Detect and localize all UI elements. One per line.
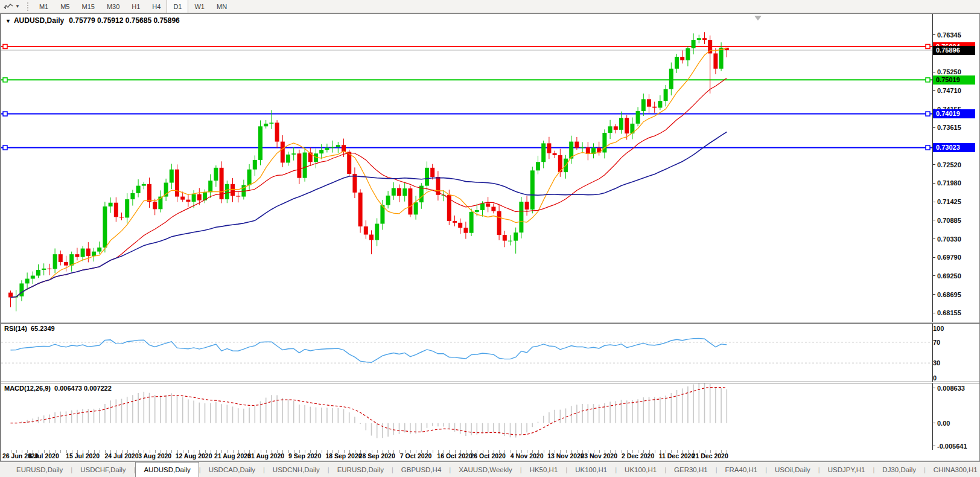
tab-usdcad-daily[interactable]: USDCAD,Daily xyxy=(201,462,263,477)
tick-dash xyxy=(933,313,935,313)
symbol-collapse-caret: ▼ xyxy=(5,18,11,24)
tab-gbpusd-h4[interactable]: GBPUSD,H4 xyxy=(393,462,449,477)
tab-usoil-daily[interactable]: USOil,Daily xyxy=(767,462,818,477)
tab-dj30-daily[interactable]: DJ30,Daily xyxy=(874,462,924,477)
fast-ma-line[interactable] xyxy=(11,48,727,298)
chart-shift-marker xyxy=(754,16,762,21)
tab-xauusd-weekly[interactable]: XAUUSD,Weekly xyxy=(451,462,520,477)
timeframe-button-w1[interactable]: W1 xyxy=(188,0,211,13)
rsi-pane-plot[interactable]: RSI(14)65.2349 xyxy=(1,324,933,382)
rsi-label: RSI(14)65.2349 xyxy=(4,325,55,332)
tick-dash xyxy=(933,127,935,128)
price-tick: 0.70330 xyxy=(933,235,961,243)
date-label: 21 Dec 2020 xyxy=(692,452,728,459)
price-chart-canvas xyxy=(1,14,933,322)
tick-dash xyxy=(933,257,935,258)
rsi-value: 65.2349 xyxy=(31,325,55,332)
date-label: 7 Oct 2020 xyxy=(400,452,432,459)
date-label: 18 Sep 2020 xyxy=(325,452,361,459)
macd-tick--0.005641: -0.005641 xyxy=(933,442,967,450)
tab-usdcnh-daily[interactable]: USDCNH,Daily xyxy=(265,462,328,477)
price-tick: 0.72520 xyxy=(933,161,961,168)
timeframe-button-mn[interactable]: MN xyxy=(211,0,233,13)
price-tick: 0.71980 xyxy=(933,179,961,187)
macd-signal-line[interactable] xyxy=(11,388,727,435)
date-axis: 26 Jun 20206 Jul 202015 Jul 202024 Jul 2… xyxy=(1,450,979,461)
tab-eurusd-daily[interactable]: EURUSD,Daily xyxy=(8,462,71,477)
chart-tool-icon[interactable]: ▼ xyxy=(0,0,24,13)
timeframe-button-m5[interactable]: M5 xyxy=(54,0,75,13)
tick-dash xyxy=(933,446,935,446)
tab-usdchf-daily[interactable]: USDCHF,Daily xyxy=(72,462,133,477)
price-badge-0.75019: 0.75019 xyxy=(933,75,975,85)
price-tick: 0.69790 xyxy=(933,254,961,261)
macd-pane-plot[interactable]: MACD(12,26,9)0.006473 0.007222 xyxy=(1,383,933,450)
macd-histogram xyxy=(11,383,727,438)
line-anchor[interactable] xyxy=(3,45,7,49)
line-anchor[interactable] xyxy=(926,112,930,116)
timeframe-button-h4[interactable]: H4 xyxy=(146,0,167,13)
trading-terminal: ▼ M1M5M15M30H1H4D1W1MN ▼AUDUSD,Daily0.75… xyxy=(0,0,980,477)
timeframe-button-m30[interactable]: M30 xyxy=(101,0,126,13)
time-tick xyxy=(433,450,433,453)
timeframe-button-d1[interactable]: D1 xyxy=(167,0,188,13)
line-anchor[interactable] xyxy=(926,78,930,82)
date-label: 9 Sep 2020 xyxy=(288,452,321,459)
line-anchor[interactable] xyxy=(3,146,7,150)
macd-tick-0.00: 0.00 xyxy=(933,419,950,427)
tick-dash xyxy=(933,220,935,220)
timeframe-button-m15[interactable]: M15 xyxy=(75,0,100,13)
candles-layer xyxy=(8,32,729,311)
chart-tab-bar: EURUSD,Daily|USDCHF,Daily|AUDUSD,Daily|U… xyxy=(0,461,980,477)
date-label: 24 Jul 2020 xyxy=(104,452,138,459)
line-anchor[interactable] xyxy=(3,78,7,82)
price-badge-0.75896: 0.75896 xyxy=(933,46,975,55)
time-tick xyxy=(171,450,172,453)
tick-dash xyxy=(933,202,935,202)
symbol-timeframe-label: AUDUSD,Daily xyxy=(14,16,64,25)
medium-ma-line[interactable] xyxy=(11,78,727,297)
macd-tick-0.008633: 0.008633 xyxy=(933,384,965,392)
tab-audusd-daily[interactable]: AUDUSD,Daily xyxy=(135,462,199,477)
date-label: 28 Sep 2020 xyxy=(359,452,395,459)
rsi-tick-0: 0 xyxy=(933,374,937,382)
tab-eurusd-daily[interactable]: EURUSD,Daily xyxy=(329,462,392,477)
time-tick xyxy=(322,450,322,453)
tick-dash xyxy=(933,423,935,423)
rsi-name: RSI(14) xyxy=(4,325,27,332)
timeframe-button-m1[interactable]: M1 xyxy=(33,0,54,13)
macd-axis: 0.0086330.00-0.005641 xyxy=(933,383,979,450)
date-label: 12 Aug 2020 xyxy=(176,452,212,459)
tab-usdjpy-h1[interactable]: USDJPY,H1 xyxy=(820,462,873,477)
macd-canvas xyxy=(1,383,933,450)
tab-uk100-h1[interactable]: UK100,H1 xyxy=(567,462,615,477)
rsi-axis: 10070300 xyxy=(933,324,979,382)
timeframe-buttons: M1M5M15M30H1H4D1W1MN xyxy=(33,0,233,13)
chart-title: ▼AUDUSD,Daily0.75779 0.75912 0.75685 0.7… xyxy=(5,16,180,25)
line-anchor[interactable] xyxy=(3,112,7,116)
price-tick: 0.69250 xyxy=(933,272,961,280)
candlestick-glyph-icon xyxy=(4,3,13,10)
line-anchor[interactable] xyxy=(926,45,930,49)
price-tick: 0.76345 xyxy=(933,31,961,39)
timeframe-button-h1[interactable]: H1 xyxy=(126,0,146,13)
date-label: 4 Nov 2020 xyxy=(511,452,544,459)
tick-dash xyxy=(933,238,935,239)
time-tick xyxy=(655,450,655,453)
tab-uk100-h1[interactable]: UK100,H1 xyxy=(617,462,664,477)
price-tick: 0.71425 xyxy=(933,198,961,206)
date-label: 6 Jul 2020 xyxy=(29,452,59,459)
price-chart-plot[interactable]: ▼AUDUSD,Daily0.75779 0.75912 0.75685 0.7… xyxy=(1,14,933,322)
price-tick: 0.70885 xyxy=(933,216,961,224)
tick-dash xyxy=(933,275,935,276)
tab-fra40-h1[interactable]: FRA40,H1 xyxy=(717,462,765,477)
timeframe-toolbar: ▼ M1M5M15M30H1H4D1W1MN xyxy=(0,0,980,13)
tab-hk50-h1[interactable]: HK50,H1 xyxy=(522,462,566,477)
macd-values: 0.006473 0.007222 xyxy=(54,385,112,392)
tab-ger30-h1[interactable]: GER30,H1 xyxy=(666,462,716,477)
time-tick xyxy=(60,450,61,453)
date-label: 13 Nov 2020 xyxy=(547,452,584,459)
tab-china300-h1[interactable]: CHINA300,H1 xyxy=(926,462,980,477)
date-label: 11 Dec 2020 xyxy=(659,452,695,459)
line-anchor[interactable] xyxy=(926,146,930,150)
